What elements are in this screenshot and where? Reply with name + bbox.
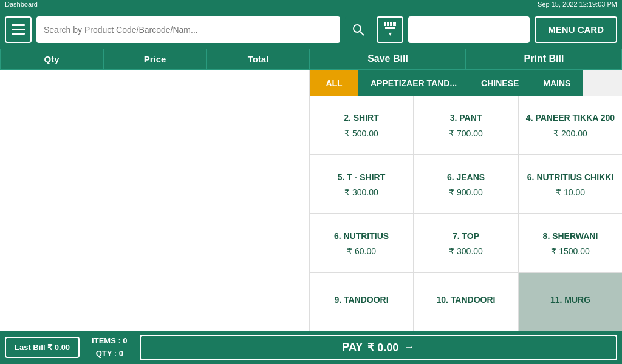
svg-rect-7 xyxy=(390,22,392,24)
qty-column-header: Qty xyxy=(0,49,103,70)
pay-button[interactable]: PAY ₹ 0.00 → xyxy=(140,335,617,360)
product-card-10[interactable]: 8. SHERWANI₹ 1500.00 xyxy=(519,214,622,272)
svg-rect-13 xyxy=(385,27,395,29)
product-card-5[interactable]: 5. T - SHIRT₹ 300.00 xyxy=(310,155,413,213)
qty-count: QTY : 0 xyxy=(92,348,128,360)
product-card-4[interactable]: 4. PANEER TIKKA 200₹ 200.00 xyxy=(519,96,622,154)
product-card-13[interactable]: 11. MURG xyxy=(519,273,622,331)
product-name: 8. SHERWANI xyxy=(543,231,598,241)
product-price: ₹ 700.00 xyxy=(449,129,483,138)
keyboard-button[interactable] xyxy=(377,16,403,43)
last-bill-button[interactable]: Last Bill ₹ 0.00 xyxy=(5,337,80,358)
svg-rect-8 xyxy=(393,22,396,24)
product-card-11[interactable]: 9. TANDOORI xyxy=(310,273,413,331)
print-bill-button[interactable]: Print Bill xyxy=(466,49,622,70)
svg-rect-5 xyxy=(384,22,386,24)
product-card-7[interactable]: 6. NUTRITIUS CHIKKI₹ 10.00 xyxy=(519,155,622,213)
bill-panel xyxy=(0,70,310,331)
product-price: ₹ 900.00 xyxy=(449,187,483,197)
pay-amount: ₹ 0.00 xyxy=(367,341,398,354)
top-bar: MENU CARD xyxy=(0,11,622,49)
product-name: 9. TANDOORI xyxy=(334,294,388,305)
product-name: 10. TANDOORI xyxy=(437,294,496,305)
product-price: ₹ 300.00 xyxy=(449,246,483,256)
svg-rect-1 xyxy=(12,29,25,30)
search-input[interactable] xyxy=(36,16,340,43)
product-price: ₹ 300.00 xyxy=(344,187,378,197)
svg-rect-9 xyxy=(384,24,386,26)
top-info-bar: Dashboard Sep 15, 2022 12:19:03 PM xyxy=(0,0,622,11)
product-price: ₹ 200.00 xyxy=(553,129,587,138)
product-card-9[interactable]: 7. TOP₹ 300.00 xyxy=(414,214,518,272)
svg-point-3 xyxy=(354,25,361,32)
items-info: ITEMS : 0 QTY : 0 xyxy=(84,332,135,363)
product-name: 2. SHIRT xyxy=(344,112,379,123)
save-bill-button[interactable]: Save Bill xyxy=(310,49,466,70)
product-grid: 2. SHIRT₹ 500.003. PANT₹ 700.004. PANEER… xyxy=(310,96,622,331)
price-column-header: Price xyxy=(103,49,207,70)
dashboard-label: Dashboard xyxy=(5,1,38,10)
pay-arrow: → xyxy=(403,341,414,354)
product-price: ₹ 500.00 xyxy=(344,129,378,138)
sub-header-left: Qty Price Total xyxy=(0,49,310,70)
product-name: 7. TOP xyxy=(453,231,479,241)
svg-rect-11 xyxy=(390,24,392,26)
svg-rect-10 xyxy=(387,24,389,26)
product-name: 4. PANEER TIKKA 200 xyxy=(526,112,615,123)
svg-rect-6 xyxy=(387,22,389,24)
right-panel: ALLAPPETIZAER TAND...CHINESEMAINS 2. SHI… xyxy=(310,70,622,331)
total-column-header: Total xyxy=(207,49,310,70)
product-card-12[interactable]: 10. TANDOORI xyxy=(414,273,518,331)
category-tab-all[interactable]: ALL xyxy=(310,70,358,96)
product-name: 6. JEANS xyxy=(447,172,485,183)
product-name: 11. MURG xyxy=(550,294,590,305)
product-price: ₹ 60.00 xyxy=(347,246,376,256)
product-name: 5. T - SHIRT xyxy=(338,172,386,183)
product-card-8[interactable]: 6. NUTRITIUS₹ 60.00 xyxy=(310,214,413,272)
items-count: ITEMS : 0 xyxy=(92,335,128,348)
datetime-label: Sep 15, 2022 12:19:03 PM xyxy=(538,1,617,10)
pay-label: PAY xyxy=(342,341,363,354)
svg-line-4 xyxy=(360,32,364,35)
main-layout: ALLAPPETIZAER TAND...CHINESEMAINS 2. SHI… xyxy=(0,70,622,331)
menu-card-button[interactable]: MENU CARD xyxy=(535,16,617,43)
product-name: 6. NUTRITIUS CHIKKI xyxy=(527,172,613,183)
category-tab-chinese[interactable]: CHINESE xyxy=(469,70,531,96)
category-tabs: ALLAPPETIZAER TAND...CHINESEMAINS xyxy=(310,70,622,96)
category-tab-appetizer[interactable]: APPETIZAER TAND... xyxy=(358,70,469,96)
product-card-3[interactable]: 3. PANT₹ 700.00 xyxy=(414,96,518,154)
sub-header-right: Save Bill Print Bill xyxy=(310,49,622,70)
product-price: ₹ 1500.00 xyxy=(551,246,590,256)
sub-header: Qty Price Total Save Bill Print Bill xyxy=(0,49,622,70)
product-card-2[interactable]: 2. SHIRT₹ 500.00 xyxy=(310,96,413,154)
product-name: 6. NUTRITIUS xyxy=(334,231,389,241)
category-tab-mains[interactable]: MAINS xyxy=(531,70,583,96)
search-button[interactable] xyxy=(345,16,372,43)
product-name: 3. PANT xyxy=(450,112,482,123)
svg-rect-0 xyxy=(12,24,25,26)
product-price: ₹ 10.00 xyxy=(556,187,585,197)
bottom-bar: Last Bill ₹ 0.00 ITEMS : 0 QTY : 0 PAY ₹… xyxy=(0,331,622,364)
product-card-6[interactable]: 6. JEANS₹ 900.00 xyxy=(414,155,518,213)
menu-button[interactable] xyxy=(5,16,32,43)
svg-rect-12 xyxy=(393,24,396,26)
secondary-search-input[interactable] xyxy=(408,16,530,43)
svg-rect-2 xyxy=(12,33,25,35)
